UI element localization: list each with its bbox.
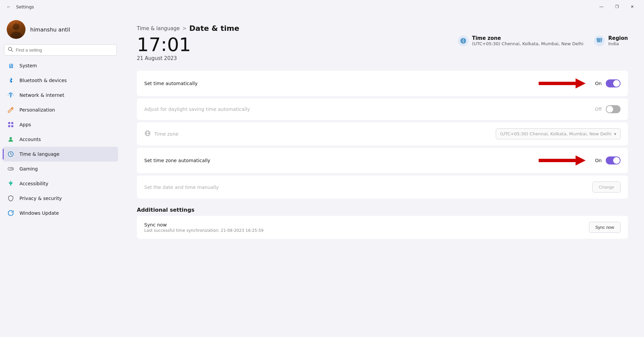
svg-rect-9 [11, 125, 13, 127]
svg-point-1 [11, 31, 21, 39]
svg-line-4 [11, 50, 13, 52]
settings-section: Set time automatically On Adjust [137, 71, 628, 199]
search-icon [8, 47, 13, 53]
svg-marker-27 [539, 155, 586, 165]
avatar [7, 20, 25, 39]
svg-marker-23 [539, 78, 586, 88]
maximize-button[interactable]: ❐ [609, 1, 625, 12]
time-region-row: 17:01 21 August 2023 Ti [137, 35, 628, 61]
svg-point-0 [13, 23, 19, 30]
time-value: 17:01 [137, 35, 458, 54]
sidebar-item-label: Windows Update [19, 210, 59, 216]
bluetooth-icon [7, 76, 15, 84]
sync-label-area: Sync now Last successful time synchroniz… [144, 222, 589, 233]
gaming-icon [7, 165, 15, 173]
region-block: Region India [594, 35, 628, 46]
sidebar-item-label: Time & language [19, 151, 59, 157]
search-input[interactable] [16, 48, 113, 53]
region-text: Region India [608, 35, 628, 46]
sidebar: himanshu antil 🖥 System [0, 13, 121, 337]
svg-rect-6 [8, 122, 10, 124]
sidebar-item-accounts[interactable]: Accounts [3, 132, 118, 147]
svg-point-16 [12, 169, 13, 170]
breadcrumb-separator: > [182, 25, 187, 31]
breadcrumb-current: Date & time [189, 24, 239, 32]
timezone-block: Time zone (UTC+05:30) Chennai, Kolkata, … [458, 35, 583, 46]
additional-settings-heading: Additional settings [137, 207, 628, 213]
svg-rect-8 [8, 125, 10, 127]
set-tz-auto-right: On [539, 154, 621, 167]
timezone-text: Time zone (UTC+05:30) Chennai, Kolkata, … [472, 35, 583, 46]
additional-settings: Additional settings Sync now Last succes… [137, 207, 628, 239]
region-value: India [608, 41, 628, 46]
window-controls: — ❐ ✕ [594, 1, 640, 12]
set-time-auto-state: On [595, 81, 602, 86]
sidebar-item-network[interactable]: Network & internet [3, 88, 118, 103]
titlebar: ← Settings — ❐ ✕ [0, 0, 644, 13]
timezone-row-left: Time zone [144, 130, 496, 138]
daylight-saving-row: Adjust for daylight saving time automati… [137, 98, 628, 120]
user-profile: himanshu antil [0, 13, 121, 44]
sidebar-item-update[interactable]: Windows Update [3, 206, 118, 220]
toggle-thumb [613, 80, 620, 87]
sync-now-button[interactable]: Sync now [589, 222, 621, 233]
daylight-saving-toggle[interactable] [606, 105, 621, 113]
sidebar-item-system[interactable]: 🖥 System [3, 58, 118, 73]
daylight-saving-right: Off [595, 105, 621, 113]
search-box[interactable] [4, 44, 117, 56]
svg-point-10 [10, 137, 12, 139]
set-date-manually-right: Change [592, 182, 621, 193]
search-area [4, 44, 117, 56]
svg-rect-7 [11, 122, 13, 124]
timezone-value: (UTC+05:30) Chennai, Kolkata, Mumbai, Ne… [472, 41, 583, 46]
sidebar-item-personalization[interactable]: Personalization [3, 103, 118, 117]
sync-row: Sync now Last successful time synchroniz… [137, 216, 628, 239]
daylight-saving-state: Off [595, 107, 602, 112]
set-time-auto-label: Set time automatically [144, 81, 539, 86]
sidebar-item-apps[interactable]: Apps [3, 117, 118, 132]
sidebar-item-privacy[interactable]: Privacy & security [3, 191, 118, 206]
set-tz-auto-toggle[interactable] [606, 156, 621, 164]
sidebar-item-time[interactable]: Time & language [3, 147, 118, 161]
avatar-image [7, 20, 25, 39]
sidebar-item-gaming[interactable]: Gaming [3, 161, 118, 176]
timezone-select[interactable]: (UTC+05:30) Chennai, Kolkata, Mumbai, Ne… [496, 128, 621, 139]
toggle-thumb [606, 106, 613, 113]
sync-subtitle: Last successful time synchronization: 21… [144, 228, 589, 233]
sidebar-item-bluetooth[interactable]: Bluetooth & devices [3, 73, 118, 88]
back-button[interactable]: ← [4, 2, 13, 11]
personalization-icon [7, 106, 15, 114]
timezone-row: Time zone (UTC+05:30) Chennai, Kolkata, … [137, 122, 628, 145]
time-display: 17:01 21 August 2023 [137, 35, 458, 61]
sidebar-item-label: Apps [19, 122, 31, 127]
timezone-row-label: Time zone [154, 131, 496, 137]
sidebar-nav: 🖥 System Bluetooth & devices [0, 58, 121, 220]
change-button[interactable]: Change [592, 182, 621, 193]
red-arrow-1 [539, 77, 586, 90]
timezone-icon [458, 36, 469, 46]
region-label: Region [608, 35, 628, 41]
breadcrumb-parent[interactable]: Time & language [137, 25, 180, 31]
set-tz-auto-label: Set time zone automatically [144, 158, 539, 163]
sidebar-item-label: Accounts [19, 137, 41, 142]
system-icon: 🖥 [7, 62, 15, 70]
timezone-label: Time zone [472, 35, 583, 41]
accessibility-icon [7, 180, 15, 188]
close-button[interactable]: ✕ [625, 1, 640, 12]
username: himanshu antil [30, 26, 70, 33]
sidebar-item-accessibility[interactable]: Accessibility [3, 176, 118, 191]
set-time-auto-toggle[interactable] [606, 79, 621, 87]
sidebar-item-label: Network & internet [19, 92, 64, 98]
network-icon [7, 91, 15, 99]
daylight-saving-label: Adjust for daylight saving time automati… [144, 107, 595, 112]
app-body: himanshu antil 🖥 System [0, 13, 644, 337]
set-date-manually-label: Set the date and time manually [144, 185, 592, 190]
minimize-button[interactable]: — [594, 1, 609, 12]
toggle-thumb [613, 157, 620, 164]
sidebar-item-label: Accessibility [19, 181, 48, 186]
svg-point-5 [10, 96, 11, 97]
set-time-auto-row: Set time automatically On [137, 71, 628, 96]
sync-title: Sync now [144, 222, 589, 227]
set-tz-auto-state: On [595, 158, 602, 163]
main-content: Time & language > Date & time 17:01 21 A… [121, 13, 644, 337]
